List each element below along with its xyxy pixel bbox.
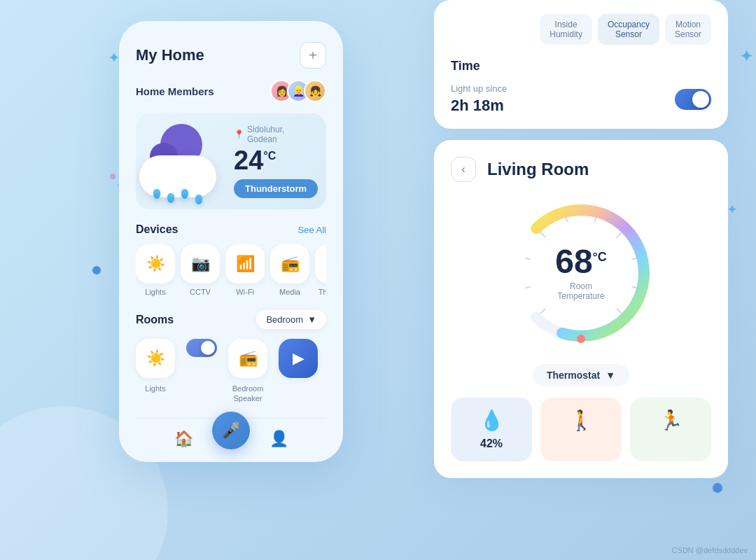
weather-cloud-illustration [129,113,234,204]
dropdown-arrow-icon: ▼ [606,370,615,381]
home-members-row: Home Members 👩 👱‍♀️ 👧 [136,80,326,102]
media-icon: 📻 [281,255,300,273]
rain-drop-4 [195,195,202,204]
temperature-display: 68°C [555,245,607,279]
phone-header: My Home + [136,42,326,69]
play-icon: ▶ [293,349,304,368]
svg-line-8 [617,232,622,237]
see-all-button[interactable]: See All [298,225,326,235]
room-lights-label: Lights [145,384,165,393]
device-item-media[interactable]: 📻 Media [270,244,309,296]
tab-occupancy-sensor[interactable]: OccupancySensor [598,14,659,45]
home-nav-icon[interactable]: 🏠 [174,430,193,448]
microphone-icon: 🎤 [222,421,241,440]
thermostat-icon: 🌡️ [326,255,327,273]
rooms-section-header: Rooms Bedroom ▼ [136,310,326,329]
svg-line-9 [631,258,636,260]
svg-line-11 [617,309,622,314]
chevron-down-icon: ▼ [307,314,316,325]
thermostat-indicator [577,335,585,343]
home-members-label: Home Members [136,85,214,97]
svg-line-2 [540,309,545,314]
svg-line-7 [594,218,596,223]
tab-inside-humidity[interactable]: InsideHumidity [540,14,592,45]
phone-card: My Home + Home Members 👩 👱‍♀️ 👧 📍 Sidolu… [119,21,343,462]
living-room-card: ‹ Living Room [434,140,728,478]
device-item-wifi[interactable]: 📶 Wi-Fi [225,244,265,296]
room-device-lights: ☀️ Lights [136,339,175,404]
person-icon: 🚶 [569,409,594,432]
humidity-value: 42% [480,438,503,450]
motion-sensor-card[interactable]: 🏃 [630,398,711,461]
page-title: My Home [136,46,204,64]
location-pin-icon: 📍 [234,130,244,139]
time-section: Time Light up since 2h 18m [451,59,711,115]
sensor-tabs: InsideHumidity OccupancySensor MotionSen… [451,14,711,45]
lights-toggle[interactable] [186,339,217,357]
sensor-card: InsideHumidity OccupancySensor MotionSen… [434,0,728,129]
svg-line-5 [540,232,545,237]
room-device-play: ▶ [279,339,318,404]
rain-drop-3 [181,189,188,199]
device-item-cctv[interactable]: 📷 CCTV [181,244,220,296]
svg-line-10 [631,286,636,288]
thermostat-container: 68°C RoomTemperature [451,196,711,350]
sparkle-icon-3: ✦ [727,203,736,216]
cctv-icon: 📷 [191,255,210,273]
device-item-thermostat[interactable]: 🌡️ Thermost [315,244,326,296]
weather-card: 📍 Sidoluhur, Godean 24°C Thunderstorm [136,113,326,209]
light-up-toggle[interactable] [675,89,711,110]
rooms-grid: ☀️ Lights 📻 BedroomSpeaker ▶ [136,339,326,404]
lights-icon: ☀️ [146,255,165,273]
watermark: CSDN @defdsddddev [672,546,748,554]
toggle-knob-large [692,91,709,108]
light-up-label: Light up since [451,83,507,94]
speaker-icon: 📻 [239,349,258,368]
thermostat-label: Thermost [318,288,326,296]
humidity-icon: 💧 [479,409,504,432]
room-selector-dropdown[interactable]: Bedroom ▼ [256,310,326,329]
play-icon-wrap[interactable]: ▶ [279,339,318,378]
room-device-speaker: 📻 BedroomSpeaker [228,339,267,404]
devices-section-header: Devices See All [136,223,326,236]
time-section-title: Time [451,59,711,74]
add-button[interactable]: + [300,42,326,69]
weather-temperature: 24°C [234,147,315,174]
bottom-nav: 🏠 🎤 👤 [136,418,326,448]
weather-location: 📍 Sidoluhur, Godean [234,125,315,144]
humidity-sensor-card[interactable]: 💧 42% [451,398,532,461]
back-arrow-icon: ‹ [461,163,465,176]
media-icon-wrap: 📻 [270,244,309,284]
lights-label: Lights [145,288,165,296]
rain-drop-1 [153,189,160,199]
thermostat-ring: 68°C RoomTemperature [504,196,658,350]
wifi-icon-wrap: 📶 [225,244,265,284]
rain-drop-2 [167,193,174,203]
sparkle-icon-2: ✦ [740,48,752,66]
back-button[interactable]: ‹ [451,157,476,182]
room-device-toggle [186,339,217,404]
time-value: 2h 18m [451,97,507,115]
motion-icon: 🏃 [659,409,683,432]
cctv-icon-wrap: 📷 [181,244,220,284]
person-sensor-card[interactable]: 🚶 [540,398,622,461]
speaker-label: BedroomSpeaker [232,384,264,404]
mic-button[interactable]: 🎤 [212,412,250,449]
sensor-bottom-row: 💧 42% 🚶 🏃 [451,398,711,461]
devices-title: Devices [136,223,178,236]
time-value-group: Light up since 2h 18m [451,83,507,115]
tab-motion-sensor[interactable]: MotionSensor [665,14,711,45]
profile-nav-icon[interactable]: 👤 [270,430,288,448]
wifi-label: Wi-Fi [236,288,254,296]
svg-line-3 [526,286,531,288]
cloud-body [139,155,216,197]
devices-grid: ☀️ Lights 📷 CCTV 📶 Wi-Fi 📻 Media 🌡️ Ther… [136,244,326,296]
sparkle-icon-1: ✦ [108,50,119,66]
room-lights-icon-wrap: ☀️ [136,339,175,378]
time-row: Light up since 2h 18m [451,83,711,115]
avatars-group: 👩 👱‍♀️ 👧 [270,80,326,102]
dot-decoration-3 [110,174,115,179]
rooms-title: Rooms [136,314,174,326]
device-item-lights[interactable]: ☀️ Lights [136,244,175,296]
dot-decoration-1 [92,266,101,274]
